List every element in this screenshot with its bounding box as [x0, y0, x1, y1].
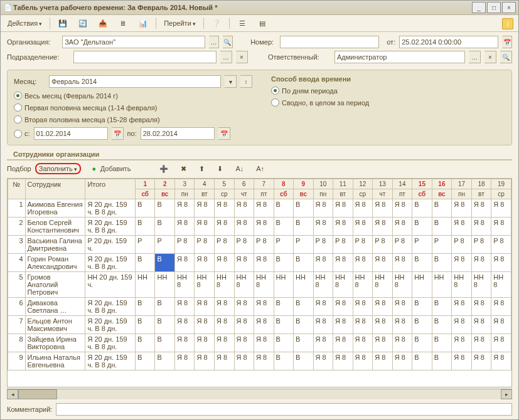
day-cell[interactable]: НН — [135, 272, 155, 298]
timesheet-grid[interactable]: №СотрудникИтого1234567891011121314151617… — [7, 178, 512, 387]
day-cell[interactable]: Р 8 — [471, 236, 491, 254]
subdiv-input[interactable] — [73, 51, 217, 63]
day-cell[interactable]: Я 8 — [195, 218, 215, 236]
day-cell[interactable]: Я 8 — [234, 334, 254, 352]
day-cell[interactable]: Я 8 — [392, 352, 412, 370]
resp-clear-icon[interactable]: × — [484, 51, 496, 63]
day-cell[interactable]: В — [294, 254, 314, 272]
day-cell[interactable]: Р 8 — [174, 236, 195, 254]
day-cell[interactable]: Я 8 — [392, 254, 412, 272]
day-cell[interactable]: Р 8 — [353, 236, 373, 254]
day-cell[interactable]: НН 8 — [215, 272, 235, 298]
day-cell[interactable]: Я 8 — [215, 218, 235, 236]
date-picker-icon[interactable]: 📅 — [502, 36, 512, 48]
day-cell[interactable]: Я 8 — [195, 298, 215, 316]
day-cell[interactable]: Я 8 — [195, 316, 215, 334]
day-cell[interactable]: Я 8 — [313, 199, 333, 218]
day-cell[interactable]: Я 8 — [215, 352, 235, 370]
day-cell[interactable]: Я 8 — [333, 334, 353, 352]
day-cell[interactable]: Я 8 — [491, 334, 511, 352]
day-cell[interactable]: Я 8 — [215, 199, 235, 218]
day-cell[interactable]: Я 8 — [491, 218, 511, 236]
goto-menu[interactable]: Перейти — [159, 18, 200, 29]
day-cell[interactable]: Я 8 — [373, 199, 393, 218]
day-cell[interactable]: Я 8 — [491, 316, 511, 334]
day-cell[interactable]: НН 8 — [174, 272, 195, 298]
day-cell[interactable]: Р — [412, 236, 432, 254]
day-cell[interactable]: Я 8 — [471, 352, 491, 370]
day-cell[interactable]: В — [432, 316, 452, 334]
day-cell[interactable]: Я 8 — [373, 352, 393, 370]
day-cell[interactable]: Я 8 — [215, 334, 235, 352]
day-cell[interactable]: Я 8 — [452, 199, 472, 218]
day-cell[interactable]: Я 8 — [313, 298, 333, 316]
day-cell[interactable]: В — [432, 218, 452, 236]
day-cell[interactable]: Я 8 — [174, 334, 195, 352]
sort-desc-icon[interactable]: A↑ — [252, 163, 269, 174]
table-row[interactable]: 4Горин Роман АлександровичЯ 20 дн. 159 ч… — [8, 254, 511, 272]
date-input[interactable]: 25.02.2014 0:00:00 — [399, 36, 498, 48]
day-cell[interactable]: В — [135, 298, 155, 316]
resp-search-icon[interactable]: 🔍 — [500, 51, 512, 63]
day-cell[interactable]: Я 8 — [373, 316, 393, 334]
resp-select-button[interactable]: … — [469, 51, 481, 63]
day-cell[interactable]: Я 8 — [195, 199, 215, 218]
date-to-input[interactable]: 28.02.2014 — [141, 127, 215, 140]
day-cell[interactable]: НН — [432, 272, 452, 298]
scroll-right-icon[interactable]: ▸ — [501, 389, 512, 399]
day-cell[interactable]: Я 8 — [471, 334, 491, 352]
move-down-icon[interactable]: ⬇ — [213, 163, 227, 175]
day-cell[interactable]: Я 8 — [392, 199, 412, 218]
day-cell[interactable]: Я 8 — [333, 218, 353, 236]
day-cell[interactable]: НН 8 — [195, 272, 215, 298]
day-cell[interactable]: В — [412, 352, 432, 370]
pick-button[interactable]: Подбор — [7, 165, 31, 172]
day-cell[interactable]: Я 8 — [313, 352, 333, 370]
day-cell[interactable]: В — [135, 352, 155, 370]
day-cell[interactable]: В — [274, 352, 294, 370]
settings-icon[interactable]: ▤ — [253, 16, 272, 30]
day-cell[interactable]: НН 8 — [471, 272, 491, 298]
journal-icon[interactable]: 📊 — [134, 16, 152, 30]
day-cell[interactable]: Я 8 — [353, 334, 373, 352]
sort-asc-icon[interactable]: A↓ — [231, 163, 248, 174]
day-cell[interactable]: Я 8 — [174, 199, 195, 218]
table-row[interactable]: 3Васькина Галина ДмитриевнаР 20 дн. 159 … — [8, 236, 511, 254]
day-cell[interactable]: Я 8 — [353, 218, 373, 236]
resp-input[interactable]: Администратор — [334, 51, 465, 63]
day-cell[interactable]: Я 8 — [491, 254, 511, 272]
day-cell[interactable]: Я 8 — [215, 254, 235, 272]
day-cell[interactable]: Я 8 — [313, 254, 333, 272]
radio-summary[interactable]: Сводно, в целом за период — [271, 98, 369, 107]
save-icon[interactable]: 💾 — [53, 16, 72, 30]
day-cell[interactable]: В — [135, 199, 155, 218]
day-cell[interactable]: Я 8 — [174, 218, 195, 236]
org-search-icon[interactable]: 🔍 — [223, 36, 233, 48]
day-cell[interactable]: Р 8 — [195, 236, 215, 254]
day-cell[interactable]: Я 8 — [452, 352, 472, 370]
number-input[interactable] — [280, 36, 379, 48]
table-row[interactable]: 7Ельцов Антон МаксимовичЯ 20 дн. 159 ч. … — [8, 316, 511, 334]
day-cell[interactable]: В — [135, 254, 155, 272]
day-cell[interactable]: Р 8 — [234, 236, 254, 254]
day-cell[interactable]: НН 8 — [452, 272, 472, 298]
date-from-picker-icon[interactable]: 📅 — [112, 127, 124, 140]
day-cell[interactable]: Я 8 — [234, 218, 254, 236]
table-row[interactable]: 5Громов Анатолий ПетровичНН 20 дн. 159 ч… — [8, 272, 511, 298]
print-icon[interactable]: 🗎 — [114, 16, 132, 30]
day-cell[interactable]: В — [274, 298, 294, 316]
help-icon[interactable]: ❔ — [207, 16, 226, 30]
day-cell[interactable]: В — [294, 352, 314, 370]
day-cell[interactable]: В — [274, 199, 294, 218]
day-cell[interactable]: Я 8 — [353, 316, 373, 334]
day-cell[interactable]: В — [155, 352, 175, 370]
day-cell[interactable]: НН 8 — [491, 272, 511, 298]
day-cell[interactable]: Я 8 — [254, 334, 274, 352]
day-cell[interactable]: Я 8 — [491, 352, 511, 370]
day-cell[interactable]: Р — [274, 236, 294, 254]
day-cell[interactable]: НН 8 — [234, 272, 254, 298]
day-cell[interactable]: Р 8 — [392, 236, 412, 254]
day-cell[interactable]: Я 8 — [491, 298, 511, 316]
refresh-icon[interactable]: 🔄 — [73, 16, 92, 30]
day-cell[interactable]: В — [155, 298, 175, 316]
